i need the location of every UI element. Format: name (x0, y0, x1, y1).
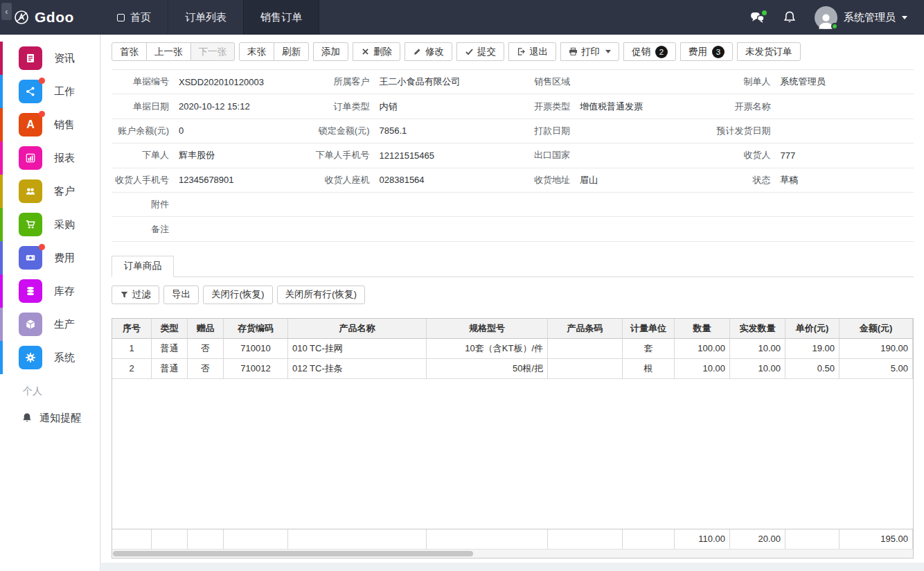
field-label: 附件 (112, 198, 177, 211)
x-icon (361, 47, 370, 56)
color-strip (0, 208, 3, 241)
table-cell: 10.00 (730, 339, 785, 358)
field-value: 内销 (378, 100, 513, 113)
color-strip (0, 341, 3, 374)
exit-button[interactable]: 退出 (508, 42, 556, 61)
nav-item-sales-order[interactable]: 销售订单 (243, 0, 319, 35)
column-header[interactable]: 金额(元) (839, 319, 913, 338)
first-button[interactable]: 首张 (112, 42, 147, 61)
letter-a-icon: A (26, 118, 35, 131)
color-strip (0, 141, 3, 175)
column-header[interactable]: 产品条码 (548, 319, 623, 338)
table-cell: 套 (623, 339, 675, 358)
toolbar-button-group: 修改 (405, 42, 452, 61)
totals-cell (288, 529, 427, 549)
sidebar-collapse-button[interactable]: ‹ (1, 3, 12, 20)
tab-order-items[interactable]: 订单商品 (112, 256, 174, 277)
column-header[interactable]: 规格型号 (427, 319, 548, 338)
promotion-button[interactable]: 促销2 (623, 42, 676, 61)
table-cell (548, 359, 623, 378)
button-label: 费用 (688, 46, 707, 58)
table-cell: 10.00 (675, 359, 730, 378)
sidebar-item-label: 采购 (54, 218, 75, 231)
expense-button[interactable]: 费用3 (680, 42, 733, 61)
export-button[interactable]: 导出 (163, 286, 199, 304)
delete-button[interactable]: 删除 (353, 42, 400, 61)
filter-button[interactable]: 过滤 (112, 286, 159, 304)
button-label: 上一张 (154, 46, 183, 58)
color-strip (0, 108, 3, 141)
column-header[interactable]: 产品名称 (288, 319, 427, 338)
table-row[interactable]: 1普通否710010010 TC-挂网10套（含KT板）/件套100.0010.… (112, 339, 913, 359)
grid-empty-area (112, 379, 913, 529)
refresh-button[interactable]: 刷新 (274, 42, 309, 61)
close-row-button[interactable]: 关闭行(恢复) (203, 286, 273, 304)
submit-button[interactable]: 提交 (456, 42, 504, 61)
sidebar-item-customer[interactable]: 客户 (0, 175, 100, 208)
sidebar-item-news[interactable]: 资讯 (0, 42, 100, 75)
sidebar-item-production[interactable]: 生产 (0, 308, 100, 341)
button-label: 关闭行(恢复) (211, 288, 265, 301)
field-label: 订单类型 (312, 100, 378, 113)
next-button[interactable]: 下一张 (190, 42, 236, 61)
button-label: 首张 (120, 46, 139, 58)
cart-icon (25, 219, 36, 230)
color-strip (0, 241, 3, 274)
scrollbar-thumb[interactable] (113, 551, 473, 556)
column-header[interactable]: 类型 (152, 319, 188, 338)
column-header[interactable]: 计量单位 (623, 319, 675, 338)
color-strip (0, 175, 3, 208)
sidebar-item-work[interactable]: 工作 (0, 75, 100, 108)
field-value: 777 (779, 150, 914, 161)
column-header[interactable]: 实发数量 (730, 319, 785, 338)
sidebar-item-system[interactable]: 系统 (0, 341, 100, 374)
horizontal-scrollbar[interactable] (112, 549, 913, 558)
printer-icon (569, 47, 578, 56)
unshipped-orders-button[interactable]: 未发货订单 (737, 42, 801, 61)
app-logo[interactable]: Gdoo (0, 0, 100, 35)
field-label: 制单人 (713, 76, 779, 88)
cube-icon (19, 313, 42, 336)
edit-button[interactable]: 修改 (405, 42, 452, 61)
field-label: 下单人手机号 (312, 149, 378, 161)
field-label: 出口国家 (513, 149, 578, 161)
table-row[interactable]: 2普通否710012012 TC-挂条50根/把根10.0010.000.505… (112, 359, 913, 379)
user-menu[interactable]: 系统管理员 (815, 6, 907, 29)
messages-button[interactable] (750, 12, 765, 24)
column-header[interactable]: 数量 (675, 319, 730, 338)
sidebar-item-inventory[interactable]: 库存 (0, 274, 100, 308)
column-header[interactable]: 存货编码 (224, 319, 288, 338)
field-value: 7856.1 (378, 125, 513, 136)
sidebar-item-report[interactable]: 报表 (0, 141, 100, 175)
table-cell: 190.00 (839, 339, 913, 358)
toolbar-button-group: 促销2 (623, 42, 676, 61)
totals-cell (152, 529, 188, 549)
sidebar-item-label: 客户 (54, 185, 75, 198)
toolbar-button-group: 删除 (353, 42, 400, 61)
sidebar-item-notifications[interactable]: 通知提醒 (0, 403, 100, 432)
last-button[interactable]: 末张 (239, 42, 274, 61)
notifications-button[interactable] (783, 10, 796, 24)
order-form: 单据编号XSDD202010120003所属客户王二小食品有限公司销售区域制单人… (112, 69, 914, 242)
form-row: 账户余额(元)0锁定金额(元)7856.1打款日期预计发货日期 (112, 119, 914, 143)
button-label: 添加 (321, 46, 340, 58)
add-button[interactable]: 添加 (313, 42, 348, 61)
sidebar-item-sales[interactable]: A销售 (0, 108, 100, 141)
news-icon (19, 46, 42, 70)
field-label: 备注 (112, 223, 177, 236)
cube-icon (25, 319, 36, 330)
nav-item-home[interactable]: 首页 (100, 0, 168, 35)
sidebar-item-expense[interactable]: 费用 (0, 241, 100, 274)
column-header[interactable]: 单价(元) (785, 319, 839, 338)
chevron-down-icon (605, 50, 611, 53)
field-label: 所属客户 (312, 76, 378, 88)
column-header[interactable]: 序号 (112, 319, 152, 338)
close-all-rows-button[interactable]: 关闭所有行(恢复) (277, 286, 366, 304)
prev-button[interactable]: 上一张 (146, 42, 191, 61)
navbar-right: 系统管理员 (750, 0, 924, 35)
nav-item-order-list[interactable]: 订单列表 (168, 0, 243, 35)
table-cell: 19.00 (785, 339, 839, 358)
print-button[interactable]: 打印 (560, 42, 619, 61)
column-header[interactable]: 赠品 (188, 319, 224, 338)
sidebar-item-purchase[interactable]: 采购 (0, 208, 100, 241)
